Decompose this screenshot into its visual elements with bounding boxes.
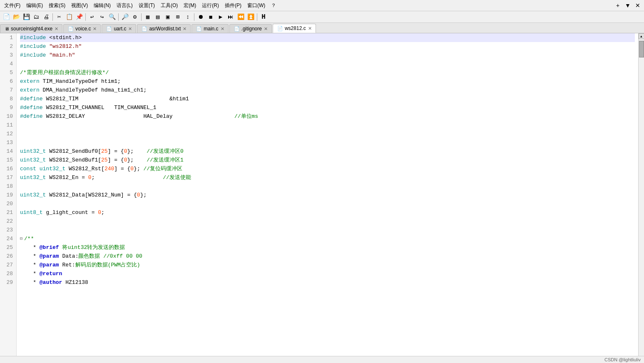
- code-area[interactable]: #include <stdint.h> #include "ws2812.h" …: [17, 33, 638, 356]
- tab-label-main: main.c: [204, 26, 218, 32]
- tb-icon6[interactable]: ⊞: [173, 12, 182, 22]
- line-num-1: 1: [3, 33, 13, 42]
- code-line-9: #define WS2812_TIM_CHANNEL TIM_CHANNEL_1: [20, 103, 635, 112]
- tb-icon3[interactable]: ▦: [143, 12, 152, 22]
- menu-plugin[interactable]: 插件(P): [222, 1, 244, 10]
- code-line-27: * @param Ret:解码后的数据(PWM占空比): [20, 261, 635, 269]
- code-line-13: [20, 138, 635, 147]
- menu-help[interactable]: ？: [269, 1, 278, 10]
- menu-lang[interactable]: 语言(L): [114, 1, 135, 10]
- status-text: CSDN @lightliuliv: [604, 357, 641, 362]
- tb-icon13[interactable]: ⏫: [246, 12, 255, 22]
- menu-file[interactable]: 文件(F): [2, 1, 23, 10]
- code-line-21: uint8_t g_light_count = 0;: [20, 208, 635, 217]
- tb-H-button[interactable]: H: [259, 12, 268, 22]
- menu-edit[interactable]: 编辑(E): [24, 1, 45, 10]
- tb-icon9[interactable]: ◼: [206, 12, 215, 22]
- save-all-button[interactable]: 🗂: [32, 12, 41, 22]
- code-line-2: #include "ws2812.h": [20, 42, 635, 51]
- tab-label-sourceinsight: sourceinsight4.exe: [11, 26, 52, 32]
- tab-main[interactable]: 📄 main.c ✕: [191, 24, 228, 33]
- tab-close-ws2812[interactable]: ✕: [308, 26, 312, 31]
- scrollbar-vertical[interactable]: ▲: [638, 33, 644, 356]
- line-numbers: 1234567891011121314151617181920212223242…: [0, 33, 17, 356]
- tab-voice[interactable]: 📄 voice.c ✕: [63, 24, 101, 33]
- tb-icon2[interactable]: ⚙: [130, 12, 139, 22]
- undo-button[interactable]: ↩: [87, 12, 97, 22]
- open-button[interactable]: 📂: [12, 12, 21, 22]
- tab-asr[interactable]: 📄 asrWordlist.txt ✕: [137, 24, 191, 33]
- tab-close-voice[interactable]: ✕: [92, 26, 97, 32]
- code-line-14: uint32_t WS2812_SendBuf0[25] = {0}; //发送…: [20, 147, 635, 156]
- tb-icon12[interactable]: ⏪: [236, 12, 245, 22]
- menu-view[interactable]: 视图(V): [69, 1, 90, 10]
- tab-close-uart[interactable]: ✕: [128, 26, 132, 32]
- code-line-16: const uint32_t WS2812_Rst[240] = {0}; //…: [20, 164, 635, 173]
- line-num-12: 12: [3, 129, 13, 138]
- menu-edit2[interactable]: 编辑(N): [91, 1, 113, 10]
- print-button[interactable]: 🖨: [42, 12, 51, 22]
- tb-icon4[interactable]: ▤: [153, 12, 162, 22]
- find-button[interactable]: 🔍: [107, 12, 117, 22]
- sep2: [85, 13, 86, 21]
- tab-uart[interactable]: 📄 uart.c ✕: [102, 24, 136, 33]
- code-line-7: extern DMA_HandleTypeDef hdma_tim1_ch1;: [20, 86, 635, 94]
- copy-button[interactable]: 📋: [65, 12, 74, 22]
- code-line-10: #define WS2812_DELAY HAL_Delay //单位ms: [20, 112, 635, 121]
- tb-icon5[interactable]: ▣: [163, 12, 172, 22]
- code-line-3: #include "main.h": [20, 51, 635, 60]
- line-num-8: 8: [3, 94, 13, 103]
- code-line-23: [20, 226, 635, 234]
- scroll-thumb[interactable]: [639, 41, 644, 57]
- paste-button[interactable]: 📌: [75, 12, 84, 22]
- window-down-button[interactable]: ▼: [623, 1, 632, 10]
- window-close-button[interactable]: ✕: [633, 1, 642, 10]
- save-button[interactable]: 💾: [22, 12, 31, 22]
- line-num-11: 11: [3, 121, 13, 129]
- tb-icon10[interactable]: ▶: [216, 12, 225, 22]
- code-line-22: [20, 217, 635, 226]
- sep3: [118, 13, 119, 21]
- tab-label-ws2812: ws2812.c: [285, 25, 306, 31]
- menu-settings[interactable]: 设置(T): [136, 1, 157, 10]
- tb-icon8[interactable]: ⏺: [196, 12, 205, 22]
- tabs-bar: 🖥 sourceinsight4.exe ✕ 📄 voice.c ✕ 📄 uar…: [0, 23, 644, 33]
- line-num-3: 3: [3, 51, 13, 60]
- tab-close-asr[interactable]: ✕: [182, 26, 187, 32]
- editor-container: 1234567891011121314151617181920212223242…: [0, 33, 644, 356]
- sep1: [52, 13, 53, 21]
- tab-close-sourceinsight[interactable]: ✕: [54, 26, 59, 32]
- line-num-20: 20: [3, 199, 13, 208]
- menu-tools[interactable]: 工具(O): [158, 1, 180, 10]
- tab-sourceinsight[interactable]: 🖥 sourceinsight4.exe ✕: [0, 24, 62, 33]
- menu-search[interactable]: 搜索(S): [46, 1, 68, 10]
- sep6: [257, 13, 257, 21]
- tb-icon1[interactable]: 🔎: [120, 12, 129, 22]
- menu-window[interactable]: 窗口(W): [245, 1, 268, 10]
- redo-button[interactable]: ↪: [97, 12, 107, 22]
- tab-ws2812[interactable]: 📄 ws2812.c ✕: [273, 24, 316, 33]
- tab-gitignore[interactable]: 📄 .gitignore ✕: [229, 24, 272, 33]
- tab-close-gitignore[interactable]: ✕: [264, 26, 268, 32]
- new-button[interactable]: 📄: [2, 12, 11, 22]
- menu-macro[interactable]: 宏(M): [181, 1, 199, 10]
- scroll-up-button[interactable]: ▲: [639, 33, 644, 39]
- code-line-29: * @author HZ12138: [20, 278, 635, 287]
- tab-icon-voice: 📄: [68, 26, 74, 32]
- cut-button[interactable]: ✂: [55, 12, 64, 22]
- menu-run[interactable]: 运行(R): [199, 1, 221, 10]
- tb-icon11[interactable]: ⏭: [226, 12, 235, 22]
- line-num-13: 13: [3, 138, 13, 147]
- tb-icon7[interactable]: ↕: [183, 12, 192, 22]
- code-line-28: * @return: [20, 269, 635, 278]
- line-num-24: 24: [3, 234, 13, 243]
- code-line-26: * @param Data:颜色数据 //0xff 00 00: [20, 252, 635, 261]
- status-bar: CSDN @lightliuliv: [0, 356, 644, 363]
- tab-icon-sourceinsight: 🖥: [5, 26, 9, 31]
- fold-marker-24[interactable]: ⊟: [20, 234, 22, 243]
- tab-close-main[interactable]: ✕: [220, 26, 225, 32]
- line-num-21: 21: [3, 208, 13, 217]
- tab-label-uart: uart.c: [114, 26, 126, 32]
- window-add-button[interactable]: +: [613, 1, 622, 10]
- code-line-12: [20, 129, 635, 138]
